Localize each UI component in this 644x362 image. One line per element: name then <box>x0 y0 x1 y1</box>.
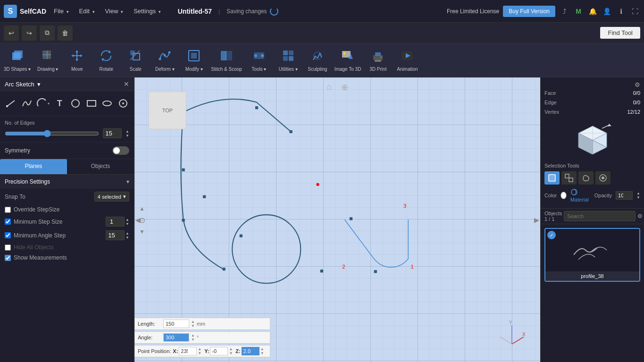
user-icon[interactable]: 👤 <box>602 6 612 17</box>
canvas-arrow-right[interactable]: ▶ <box>534 216 539 224</box>
navigate-icon[interactable]: ⊕ <box>341 82 348 93</box>
min-angle-step-checkbox[interactable] <box>5 232 11 238</box>
view-cube[interactable]: TOP <box>149 92 186 129</box>
tool-image-to-3d[interactable]: Image To 3D <box>333 44 363 76</box>
side-nav-up[interactable]: ▲ <box>139 205 145 211</box>
circle-center-tool[interactable] <box>117 95 129 112</box>
color-picker[interactable] <box>560 192 566 199</box>
edges-number-input[interactable] <box>103 128 122 138</box>
select-multi-icon[interactable] <box>561 171 577 185</box>
side-nav-down[interactable]: ▼ <box>139 228 145 235</box>
buy-full-version-button[interactable]: Buy Full Version <box>503 6 555 17</box>
svg-line-60 <box>500 337 512 344</box>
tool-animation[interactable]: Animation <box>393 44 421 76</box>
z-up[interactable]: ▲ <box>260 347 264 351</box>
tab-planes[interactable]: Planes <box>0 159 67 174</box>
override-stepsize-checkbox[interactable] <box>5 207 11 213</box>
image-to-3d-icon <box>341 49 355 66</box>
tool-deform[interactable]: Deform ▾ <box>151 44 179 76</box>
expand-icon[interactable]: ⛶ <box>630 6 640 17</box>
rect-tool[interactable] <box>85 95 98 112</box>
select-paint-icon[interactable] <box>595 171 611 185</box>
tool-utilities[interactable]: Utilities ▾ <box>274 44 302 76</box>
material-button[interactable]: Material <box>570 188 591 202</box>
undo-button[interactable]: ↩ <box>4 25 19 41</box>
right-panel-gear-icon[interactable]: ⚙ <box>635 81 640 88</box>
settings-menu[interactable]: Settings ▾ <box>131 6 164 17</box>
objects-gear-icon[interactable]: ⚙ <box>637 213 643 219</box>
curve-tool[interactable] <box>21 95 33 112</box>
tool-modify[interactable]: Modify ▾ <box>180 44 208 76</box>
opacity-down[interactable]: ▼ <box>636 195 640 200</box>
select-object-icon[interactable] <box>544 171 560 185</box>
tool-rotate[interactable]: Rotate <box>92 44 120 76</box>
tab-objects[interactable]: Objects <box>67 159 134 174</box>
text-tool[interactable]: T <box>53 95 66 112</box>
length-down[interactable]: ▼ <box>191 324 195 328</box>
object-thumbnail-card[interactable]: ✓ profile_38 <box>544 228 640 282</box>
min-angle-down[interactable]: ▼ <box>125 236 129 240</box>
tool-3d-shapes[interactable]: 3D Shapes ▾ <box>2 44 33 76</box>
x-up[interactable]: ▲ <box>198 347 201 351</box>
tool-drawing[interactable]: Drawing ▾ <box>33 44 62 76</box>
y-input[interactable] <box>210 347 228 355</box>
info-icon[interactable]: ℹ <box>616 6 626 17</box>
edges-slider[interactable] <box>5 130 99 137</box>
redo-button[interactable]: ↪ <box>22 25 37 41</box>
body: Arc Sketch ▾ ✕ ▾ T <box>0 77 644 362</box>
find-tool-button[interactable]: Find Tool <box>600 27 640 39</box>
tool-stitch-scoop[interactable]: Stitch & Scoop <box>209 44 244 76</box>
copy-button[interactable]: ⧉ <box>40 25 55 41</box>
deform-label: Deform ▾ <box>155 67 175 72</box>
share-icon[interactable]: ⤴ <box>559 6 569 17</box>
angle-input[interactable] <box>163 333 189 342</box>
precision-settings-header[interactable]: Precision Settings ▾ <box>0 175 134 189</box>
canvas-area[interactable]: ◀ ▶ ⌂ ⊕ ▲ ⊙ ▼ TOP <box>134 77 540 362</box>
y-down[interactable]: ▼ <box>229 351 233 355</box>
length-input[interactable] <box>163 320 189 328</box>
z-input[interactable] <box>242 347 259 355</box>
hide-all-objects-checkbox[interactable] <box>5 244 11 251</box>
x-input[interactable] <box>179 347 197 355</box>
tool-3d-print[interactable]: 3D Print <box>364 44 392 76</box>
panel-dropdown-icon[interactable]: ▾ <box>37 81 41 88</box>
z-down[interactable]: ▼ <box>260 351 264 355</box>
file-menu[interactable]: File ▾ <box>51 6 72 17</box>
view-menu[interactable]: View ▾ <box>102 6 126 17</box>
min-angle-step-row: Minimum Angle Step ▲▼ <box>0 228 134 242</box>
tool-move[interactable]: Move <box>63 44 91 76</box>
circle-tool[interactable] <box>69 95 82 112</box>
snap-to-dropdown[interactable]: 4 selected ▾ <box>94 192 129 202</box>
m-icon[interactable]: M <box>573 6 584 17</box>
opacity-up[interactable]: ▲ <box>636 191 640 195</box>
select-lasso-icon[interactable] <box>578 171 594 185</box>
opacity-input[interactable] <box>616 191 633 200</box>
tool-tools[interactable]: Tools ▾ <box>245 44 273 76</box>
override-stepsize-row: Override StepSize <box>0 204 134 215</box>
min-angle-step-input[interactable] <box>106 230 125 240</box>
line-tool[interactable] <box>5 95 17 112</box>
length-up[interactable]: ▲ <box>191 320 195 324</box>
min-step-up[interactable]: ▲ <box>125 218 129 222</box>
symmetry-toggle[interactable] <box>112 146 129 155</box>
edit-menu[interactable]: Edit ▾ <box>76 6 98 17</box>
angle-down[interactable]: ▼ <box>191 337 195 342</box>
search-input[interactable] <box>564 211 636 221</box>
rotate-compass[interactable]: ⊙ <box>139 215 145 224</box>
tool-scale[interactable]: Scale <box>121 44 150 76</box>
trash-button[interactable]: 🗑 <box>58 25 73 41</box>
angle-up[interactable]: ▲ <box>191 333 195 337</box>
panel-close-button[interactable]: ✕ <box>124 80 129 88</box>
notification-icon[interactable]: 🔔 <box>587 6 598 17</box>
min-step-down[interactable]: ▼ <box>125 222 129 226</box>
ellipse-tool[interactable] <box>101 95 114 112</box>
tool-sculpting[interactable]: Sculpting <box>303 44 332 76</box>
x-down[interactable]: ▼ <box>198 351 201 355</box>
show-measurements-checkbox[interactable] <box>5 255 11 261</box>
home-icon[interactable]: ⌂ <box>326 82 332 93</box>
min-step-size-checkbox[interactable] <box>5 219 11 225</box>
y-up[interactable]: ▲ <box>229 347 233 351</box>
min-step-size-input[interactable] <box>106 217 125 227</box>
min-angle-up[interactable]: ▲ <box>125 231 129 236</box>
arc-tool-dropdown[interactable]: ▾ <box>36 95 50 112</box>
